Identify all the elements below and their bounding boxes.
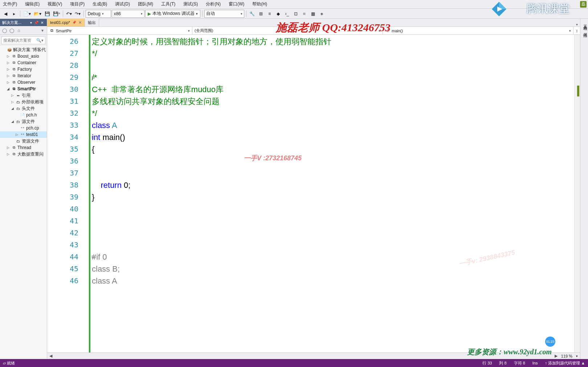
menu-test[interactable]: 测试(S) — [182, 0, 199, 8]
tree-sources[interactable]: ◢🗀源文件 — [0, 118, 47, 125]
tree-project[interactable]: ▷⧉Factory — [0, 66, 47, 73]
solution-explorer: 解决方案... ▾ 📌 ✕ ◯ ◯ ⌂ ▾ 🔍 ▾ 📦解决方案 '博客代 ▷⧉B… — [0, 19, 47, 359]
tree-project[interactable]: ▷⧉Thread — [0, 144, 47, 151]
pin-icon[interactable]: 📌 — [72, 21, 76, 24]
nav-back-button[interactable]: ◀ — [1, 10, 9, 18]
tree-root[interactable]: 📦解决方案 '博客代 — [0, 46, 47, 53]
scroll-right-icon[interactable]: ▶ — [555, 354, 558, 358]
tab-overflow[interactable]: ▾ — [574, 22, 580, 26]
code-body[interactable]: 定义对象的时候，用强智能指针；引用对象的地方，使用弱智能指针*/ /*C++ 非… — [89, 35, 580, 352]
search-drop-icon[interactable]: ▾ — [41, 38, 44, 43]
scroll-map[interactable] — [574, 35, 580, 352]
project-icon: ⧉ — [11, 54, 16, 59]
tool-btn-4[interactable]: ◆ — [274, 10, 282, 18]
tab-output[interactable]: 输出 — [85, 18, 99, 26]
folder-icon: 🗀 — [16, 99, 21, 104]
tree-headers[interactable]: ◢🗀头文件 — [0, 105, 47, 112]
open-button[interactable]: 📂▾ — [33, 10, 42, 18]
tool-btn-3[interactable]: ≡ — [266, 10, 274, 18]
project-icon: ⧉ — [11, 80, 16, 85]
menu-window[interactable]: 窗口(W) — [227, 0, 246, 8]
nav-scope[interactable]: (全局范围)▾ — [192, 27, 383, 34]
nav-function[interactable]: ⊙ main()▾ — [383, 27, 573, 34]
tree-project-active[interactable]: ◢⧉SmartPtr — [0, 86, 47, 92]
tab-label: test01.cpp* — [50, 20, 70, 25]
menu-analyze[interactable]: 分析(N) — [204, 0, 222, 8]
tree-refs[interactable]: ▷▪▪引用 — [0, 92, 47, 99]
home-icon[interactable]: ⌂ — [16, 28, 22, 33]
redo-button[interactable]: ↷▾ — [74, 10, 82, 18]
tab-active[interactable]: test01.cpp* 📌 ✕ — [47, 18, 85, 26]
close-icon[interactable]: ✕ — [78, 20, 82, 25]
tool-btn-9[interactable]: ⎈ — [318, 10, 326, 18]
tree-project[interactable]: ▷⧉Observer — [0, 79, 47, 86]
menu-file[interactable]: 文件(F) — [1, 0, 19, 8]
config-dropdown[interactable]: Debug▾ — [86, 10, 111, 18]
save-all-button[interactable]: 💾ⁿ — [52, 10, 61, 18]
editor-area: test01.cpp* 📌 ✕ 输出 ▾ ⧉ SmartPtr▾ (全局范围)▾… — [47, 19, 580, 359]
tree-project[interactable]: ▷⧉Container — [0, 59, 47, 66]
panel-title: 解决方案... — [2, 20, 21, 25]
menu-team[interactable]: 团队(M) — [136, 0, 155, 8]
status-scm[interactable]: ↑ 添加到源代码管理 ▲ — [545, 360, 585, 366]
zoom-drop-icon[interactable]: ▾ — [576, 354, 578, 358]
status-col: 列 8 — [499, 360, 506, 366]
split-icon[interactable]: ↕ — [573, 27, 580, 34]
user-badge[interactable]: 磊 — [580, 1, 587, 8]
tree-external[interactable]: ▷🗀外部依赖项 — [0, 99, 47, 105]
new-project-button[interactable]: 📄▾ — [22, 10, 32, 18]
tool-btn-1[interactable]: 🔧 — [248, 10, 256, 18]
undo-button[interactable]: ↶▾ — [65, 10, 73, 18]
auto-dropdown[interactable]: 自动▾ — [204, 10, 244, 18]
nav-project[interactable]: ⧉ SmartPtr▾ — [47, 27, 192, 34]
menu-tools[interactable]: 工具(T) — [160, 0, 177, 8]
project-icon: ⧉ — [11, 145, 16, 150]
panel-pin-icon[interactable]: 📌 — [33, 21, 40, 25]
start-debug-button[interactable]: ▶本地 Windows 调试器▾ — [145, 10, 200, 18]
h-file-icon: 📄 — [20, 112, 25, 117]
tree-file[interactable]: ⁺⁺pch.cp — [0, 125, 47, 131]
menu-debug[interactable]: 调试(D) — [114, 0, 131, 8]
properties-tab[interactable]: 属性 — [580, 30, 588, 31]
menu-bar: 文件(F) 编辑(E) 视图(V) 项目(P) 生成(B) 调试(D) 团队(M… — [0, 0, 588, 9]
right-sidebar[interactable]: 工具箱 属性 — [580, 19, 588, 359]
tool-btn-5[interactable]: ›_ — [283, 10, 291, 18]
tree-file-active[interactable]: ▷⁺⁺test01 — [0, 131, 47, 138]
solution-search-input[interactable] — [3, 38, 36, 42]
menu-edit[interactable]: 编辑(E) — [24, 0, 41, 8]
project-icon: ⧉ — [49, 28, 54, 33]
back-icon[interactable]: ◯ — [1, 28, 7, 33]
tree-project[interactable]: ▷⧉大数据查重问 — [0, 151, 47, 157]
solution-search[interactable]: 🔍 ▾ — [1, 36, 45, 44]
menu-project[interactable]: 项目(P) — [69, 0, 86, 8]
solution-icon: 📦 — [7, 47, 12, 52]
tool-btn-7[interactable]: ⌗ — [301, 10, 309, 18]
zoom-level[interactable]: 119 % — [561, 354, 572, 358]
menu-view[interactable]: 视图(V) — [46, 0, 64, 8]
menu-help[interactable]: 帮助(H) — [251, 0, 269, 8]
save-button[interactable]: 💾 — [43, 10, 51, 18]
status-ins: Ins — [532, 361, 538, 365]
tool-btn-6[interactable]: ⊡ — [292, 10, 300, 18]
menu-build[interactable]: 生成(B) — [91, 0, 109, 8]
nav-fwd-button[interactable]: ▸ — [10, 10, 18, 18]
tree-file[interactable]: 📄pch.h — [0, 112, 47, 118]
fwd-icon[interactable]: ◯ — [9, 28, 15, 33]
tree-project[interactable]: ▷⧉Iterator — [0, 73, 47, 79]
refs-icon: ▪▪ — [16, 93, 21, 98]
scroll-left-icon[interactable]: ◀ — [49, 354, 52, 358]
panel-dropdown-icon[interactable]: ▾ — [29, 21, 33, 25]
fold-column[interactable]: ⊟ ⊟ ⊟ — [90, 36, 95, 287]
tree-resources[interactable]: 🗀资源文件 — [0, 138, 47, 144]
folder-icon: 🗀 — [16, 106, 21, 111]
tool-btn-2[interactable]: ⊞ — [257, 10, 265, 18]
editor-bottom-strip: ◀ ▶ 119 % ▾ — [47, 352, 580, 359]
tool-btn-8[interactable]: ▦ — [309, 10, 317, 18]
toolbox-tab[interactable]: 工具箱 — [580, 22, 588, 24]
panel-close-icon[interactable]: ✕ — [40, 21, 45, 25]
tab-strip: test01.cpp* 📌 ✕ 输出 ▾ — [47, 19, 580, 27]
code-editor[interactable]: 2627282930313233343536373839404142434445… — [47, 35, 580, 352]
platform-dropdown[interactable]: x86▾ — [112, 10, 144, 18]
more-icon[interactable]: ▾ — [40, 28, 45, 33]
tree-project[interactable]: ▷⧉Boost_asio — [0, 53, 47, 59]
